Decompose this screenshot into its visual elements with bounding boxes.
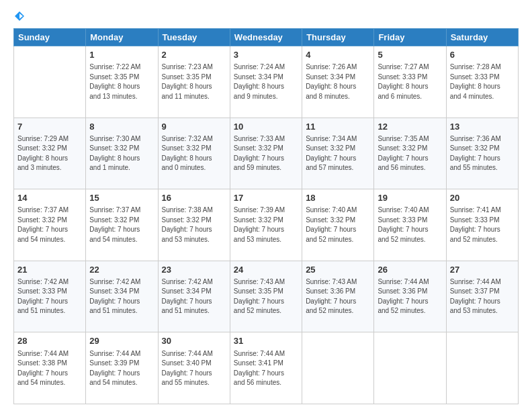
day-info-line: Daylight: 7 hours [450, 297, 515, 307]
calendar-cell: 9Sunrise: 7:32 AMSunset: 3:32 PMDaylight… [158, 118, 230, 189]
calendar-cell: 31Sunrise: 7:44 AMSunset: 3:41 PMDayligh… [230, 332, 302, 404]
calendar-cell [302, 332, 374, 404]
calendar-cell [446, 332, 518, 404]
day-info-line: Sunset: 3:32 PM [162, 144, 226, 154]
calendar-cell: 25Sunrise: 7:43 AMSunset: 3:36 PMDayligh… [302, 261, 374, 332]
calendar-week-row: 21Sunrise: 7:42 AMSunset: 3:33 PMDayligh… [14, 261, 519, 332]
calendar-cell: 28Sunrise: 7:44 AMSunset: 3:38 PMDayligh… [14, 332, 86, 404]
day-info-line: Sunset: 3:40 PM [162, 359, 226, 369]
logo [13, 11, 26, 21]
day-info-line: Sunrise: 7:28 AM [450, 62, 515, 73]
day-info-line: Sunrise: 7:37 AM [89, 205, 154, 216]
calendar-cell: 18Sunrise: 7:40 AMSunset: 3:32 PMDayligh… [302, 189, 374, 261]
day-info-line: Daylight: 7 hours [17, 297, 82, 307]
calendar-cell: 1Sunrise: 7:22 AMSunset: 3:35 PMDaylight… [86, 46, 158, 118]
day-info-line: and 56 minutes. [234, 378, 298, 388]
logo-icon [14, 11, 25, 21]
day-info-line: Sunrise: 7:43 AM [234, 277, 298, 287]
calendar-week-row: 14Sunrise: 7:37 AMSunset: 3:32 PMDayligh… [14, 189, 519, 261]
calendar-cell: 17Sunrise: 7:39 AMSunset: 3:32 PMDayligh… [230, 189, 302, 261]
day-number: 5 [378, 49, 442, 61]
day-info-line: Sunset: 3:33 PM [378, 73, 442, 83]
day-info-line: Daylight: 8 hours [378, 82, 442, 92]
day-info-line: and 53 minutes. [450, 306, 515, 316]
day-info-line: and 51 minutes. [89, 306, 154, 316]
day-info-line: Sunrise: 7:40 AM [306, 205, 370, 216]
day-number: 16 [162, 192, 226, 204]
day-info-line: Sunset: 3:35 PM [162, 73, 226, 83]
calendar-week-row: 28Sunrise: 7:44 AMSunset: 3:38 PMDayligh… [14, 332, 519, 404]
day-info-line: and 52 minutes. [306, 306, 370, 316]
day-info-line: Sunrise: 7:29 AM [17, 134, 82, 144]
day-info-line: and 52 minutes. [378, 235, 442, 245]
day-info-line: Sunrise: 7:42 AM [162, 277, 226, 287]
day-info-line: Sunset: 3:33 PM [450, 73, 515, 83]
day-number: 20 [450, 192, 515, 204]
day-info-line: Sunset: 3:35 PM [234, 287, 298, 297]
day-info-line: Sunrise: 7:44 AM [450, 277, 515, 287]
day-info-line: Sunrise: 7:33 AM [234, 134, 298, 144]
day-info-line: and 55 minutes. [162, 378, 226, 388]
day-number: 26 [378, 264, 442, 276]
day-info-line: Sunrise: 7:38 AM [162, 205, 226, 216]
day-number: 8 [89, 121, 154, 133]
day-info-line: Daylight: 7 hours [306, 225, 370, 235]
day-info-line: and 52 minutes. [378, 306, 442, 316]
calendar-cell: 6Sunrise: 7:28 AMSunset: 3:33 PMDaylight… [446, 46, 518, 118]
day-info-line: Daylight: 7 hours [89, 297, 154, 307]
day-info-line: and 56 minutes. [378, 163, 442, 173]
day-number: 14 [17, 192, 82, 204]
day-info-line: Daylight: 8 hours [234, 82, 298, 92]
day-info-line: Sunset: 3:34 PM [306, 73, 370, 83]
day-info-line: Sunrise: 7:23 AM [162, 62, 226, 73]
calendar-day-header: Saturday [446, 29, 518, 46]
day-info-line: and 1 minute. [89, 163, 154, 173]
day-info-line: Daylight: 7 hours [162, 297, 226, 307]
calendar-cell: 4Sunrise: 7:26 AMSunset: 3:34 PMDaylight… [302, 46, 374, 118]
day-number: 18 [306, 192, 370, 204]
day-info-line: Daylight: 7 hours [17, 369, 82, 379]
calendar-cell: 24Sunrise: 7:43 AMSunset: 3:35 PMDayligh… [230, 261, 302, 332]
day-info-line: and 13 minutes. [89, 92, 154, 102]
day-info-line: Sunrise: 7:34 AM [306, 134, 370, 144]
calendar-cell [374, 332, 446, 404]
day-info-line: Sunset: 3:33 PM [450, 216, 515, 226]
day-info-line: and 9 minutes. [234, 92, 298, 102]
day-number: 9 [162, 121, 226, 133]
day-info-line: Sunrise: 7:32 AM [162, 134, 226, 144]
day-number: 3 [234, 49, 298, 61]
day-info-line: Sunset: 3:32 PM [306, 216, 370, 226]
day-info-line: Daylight: 7 hours [378, 225, 442, 235]
day-info-line: Sunrise: 7:44 AM [162, 349, 226, 359]
day-info-line: Sunset: 3:32 PM [17, 144, 82, 154]
day-number: 4 [306, 49, 370, 61]
day-number: 22 [89, 264, 154, 276]
calendar-table: SundayMondayTuesdayWednesdayThursdayFrid… [13, 28, 519, 404]
day-info-line: Daylight: 8 hours [17, 154, 82, 164]
day-info-line: Sunset: 3:32 PM [234, 144, 298, 154]
calendar-cell: 10Sunrise: 7:33 AMSunset: 3:32 PMDayligh… [230, 118, 302, 189]
day-number: 1 [89, 49, 154, 61]
day-number: 2 [162, 49, 226, 61]
day-info-line: Daylight: 7 hours [162, 369, 226, 379]
day-info-line: Daylight: 7 hours [450, 225, 515, 235]
calendar-cell: 21Sunrise: 7:42 AMSunset: 3:33 PMDayligh… [14, 261, 86, 332]
day-info-line: Sunset: 3:33 PM [378, 216, 442, 226]
day-info-line: Sunrise: 7:43 AM [306, 277, 370, 287]
header [13, 11, 519, 21]
calendar-cell: 2Sunrise: 7:23 AMSunset: 3:35 PMDaylight… [158, 46, 230, 118]
calendar-cell: 12Sunrise: 7:35 AMSunset: 3:32 PMDayligh… [374, 118, 446, 189]
day-number: 11 [306, 121, 370, 133]
day-info-line: Sunset: 3:38 PM [17, 359, 82, 369]
day-info-line: Daylight: 8 hours [89, 154, 154, 164]
day-info-line: and 53 minutes. [234, 235, 298, 245]
day-number: 27 [450, 264, 515, 276]
calendar-cell: 5Sunrise: 7:27 AMSunset: 3:33 PMDaylight… [374, 46, 446, 118]
calendar-cell: 16Sunrise: 7:38 AMSunset: 3:32 PMDayligh… [158, 189, 230, 261]
day-number: 30 [162, 335, 226, 347]
calendar-cell: 20Sunrise: 7:41 AMSunset: 3:33 PMDayligh… [446, 189, 518, 261]
day-info-line: Daylight: 8 hours [306, 82, 370, 92]
calendar-cell: 15Sunrise: 7:37 AMSunset: 3:32 PMDayligh… [86, 189, 158, 261]
calendar-day-header: Monday [86, 29, 158, 46]
day-info-line: Daylight: 8 hours [89, 82, 154, 92]
